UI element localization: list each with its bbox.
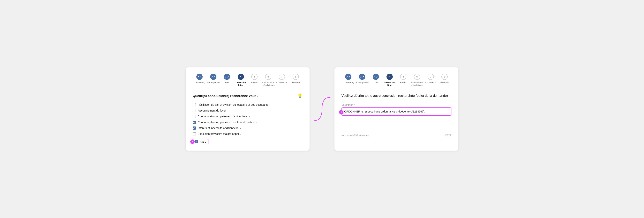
connector-svg	[314, 90, 330, 128]
resize-handle: ⌟	[450, 130, 451, 132]
extra-input[interactable]	[342, 120, 451, 132]
step-item-6: 7Conciliation	[424, 74, 438, 84]
step-circle-0: ✓	[196, 74, 202, 80]
step-label-3: Détails du litige	[234, 81, 248, 87]
field-label: Description *	[342, 104, 451, 106]
autre-label: Autre	[200, 140, 206, 143]
list-item: Recouvrement du loyer	[193, 109, 302, 112]
arrow-icon: ›	[256, 121, 257, 124]
step-item-2[interactable]: ✓Bail	[369, 74, 383, 84]
step-label-4: Pièces	[251, 81, 258, 84]
left-section-title: Quelle(s) conclusion(s) recherchez-vous?…	[193, 94, 302, 99]
step-circle-6: 7	[279, 74, 285, 80]
left-card: ✓Locataire(s)✓Autres parties✓Bail4Détail…	[186, 67, 310, 151]
step-circle-7: 8	[292, 74, 299, 80]
autre-badge: 1 Autre	[193, 139, 208, 144]
step-circle-4: 5	[400, 74, 406, 80]
step-label-2: Bail	[374, 81, 378, 84]
checkbox-interets[interactable]	[193, 126, 196, 130]
description-title: Veuillez décrire toute autre conclusion …	[342, 94, 451, 98]
step-item-5: 6Informations préjudiciaires	[410, 74, 424, 87]
char-count: 59/250	[445, 134, 451, 136]
step-circle-1: ✓	[210, 74, 216, 80]
list-item-autre: 1 Autre	[193, 139, 302, 144]
step-circle-2: ✓	[373, 74, 379, 80]
checkbox-condamnation-autres[interactable]	[193, 115, 196, 118]
checkbox-resiliation[interactable]	[193, 103, 196, 106]
extra-input-container: ⌟	[342, 120, 451, 133]
checkbox-label: Intérêts et indemnité additionnelle ›	[198, 126, 241, 130]
badge-2: 2	[339, 110, 344, 114]
step-label-4: Pièces	[400, 81, 406, 84]
step-label-7: Révision	[292, 81, 300, 84]
connector	[314, 67, 330, 151]
checkbox-condamnation-justice[interactable]	[193, 121, 196, 124]
step-label-7: Révision	[440, 81, 448, 84]
step-label-1: Autres parties	[207, 81, 220, 84]
right-stepper: ✓Locataire(s)✓Autres parties✓Bail4Détail…	[342, 74, 451, 87]
checkbox-label: Condamnation au paiement d'autres frais …	[198, 115, 250, 118]
step-item-0[interactable]: ✓Locataire(s)	[342, 74, 355, 84]
bulb-icon: 💡	[297, 94, 302, 99]
checkbox-label: Résiliation du bail et éviction du locat…	[198, 103, 268, 106]
char-counter-row: Maximum de 250 caractères 59/250	[342, 134, 451, 136]
svg-marker-0	[329, 96, 330, 98]
section-title-text: Quelle(s) conclusion(s) recherchez-vous?	[193, 94, 258, 98]
step-circle-3: 4	[386, 74, 393, 80]
step-label-3: Détails du litige	[383, 81, 396, 87]
step-circle-3: 4	[238, 74, 244, 80]
checkbox-recouvrement[interactable]	[193, 109, 196, 112]
step-item-7: 8Révision	[289, 74, 303, 84]
step-item-5: 6Informations préjudiciaires	[262, 74, 275, 87]
step-circle-5: 6	[265, 74, 271, 80]
step-circle-2: ✓	[224, 74, 230, 80]
step-item-2[interactable]: ✓Bail	[220, 74, 234, 84]
left-stepper: ✓Locataire(s)✓Autres parties✓Bail4Détail…	[193, 74, 302, 87]
step-item-1[interactable]: ✓Autres parties	[206, 74, 220, 84]
step-label-5: Informations préjudiciaires	[410, 81, 424, 87]
step-item-3[interactable]: 4Détails du litige	[234, 74, 248, 87]
step-circle-0: ✓	[345, 74, 352, 80]
step-label-2: Bail	[225, 81, 229, 84]
list-item: Exécution provisoire malgré appel ›	[193, 132, 302, 135]
step-item-0[interactable]: ✓Locataire(s)	[193, 74, 206, 84]
step-item-1[interactable]: ✓Autres parties	[355, 74, 369, 84]
step-label-0: Locataire(s)	[194, 81, 205, 84]
step-item-6: 7Conciliation	[275, 74, 289, 84]
arrow-icon: ›	[249, 115, 250, 118]
char-hint: Maximum de 250 caractères	[342, 134, 368, 136]
step-circle-7: 8	[442, 74, 448, 80]
step-item-4: 5Pièces	[396, 74, 410, 84]
list-item: Intérêts et indemnité additionnelle ›	[193, 126, 302, 130]
arrow-icon: ›	[240, 127, 241, 130]
list-item: Condamnation au paiement d'autres frais …	[193, 115, 302, 118]
badge-1: 1	[190, 139, 194, 144]
checkbox-label: Recouvrement du loyer	[198, 109, 226, 112]
page-container: ✓Locataire(s)✓Autres parties✓Bail4Détail…	[186, 67, 458, 151]
checkbox-list: Résiliation du bail et éviction du locat…	[193, 103, 302, 144]
right-card: ✓Locataire(s)✓Autres parties✓Bail4Détail…	[334, 67, 458, 151]
checkbox-label: Exécution provisoire malgré appel ›	[198, 132, 241, 135]
arrow-icon: ›	[240, 132, 241, 135]
step-circle-1: ✓	[359, 74, 365, 80]
description-field-wrapper: 2	[342, 108, 451, 115]
step-circle-6: 7	[428, 74, 434, 80]
step-label-0: Locataire(s)	[343, 81, 354, 84]
step-label-6: Conciliation	[425, 81, 436, 84]
step-label-5: Informations préjudiciaires	[262, 81, 275, 87]
step-item-7: 8Révision	[438, 74, 452, 84]
list-item: Condamnation au paiement des frais de ju…	[193, 121, 302, 124]
checkbox-label: Condamnation au paiement des frais de ju…	[198, 121, 257, 124]
checkbox-autre[interactable]	[195, 140, 198, 143]
list-item: Résiliation du bail et éviction du locat…	[193, 103, 302, 106]
step-circle-4: 5	[251, 74, 258, 80]
step-item-4: 5Pièces	[248, 74, 262, 84]
step-item-3[interactable]: 4Détails du litige	[383, 74, 396, 87]
checkbox-execution[interactable]	[193, 132, 196, 135]
step-label-1: Autres parties	[356, 81, 369, 84]
description-input[interactable]	[344, 110, 448, 113]
step-circle-5: 6	[414, 74, 420, 80]
step-label-6: Conciliation	[276, 81, 288, 84]
description-input-box[interactable]: 2	[342, 108, 451, 115]
